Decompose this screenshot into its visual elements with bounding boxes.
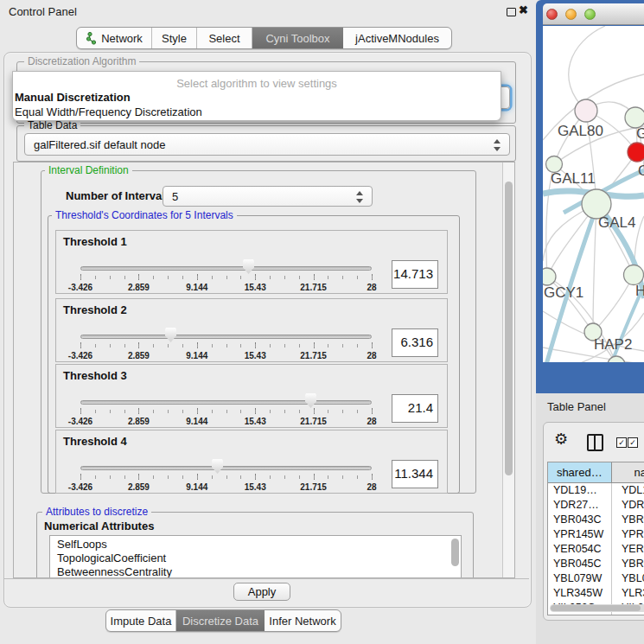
- float-window-icon[interactable]: [507, 8, 516, 16]
- scale-tick-label: 2.859: [128, 417, 150, 426]
- cell: YLR345W: [548, 586, 612, 601]
- tab-infer-network[interactable]: Infer Network: [265, 610, 341, 631]
- node-red-selected[interactable]: [628, 143, 644, 162]
- node-gal80[interactable]: [575, 99, 597, 122]
- number-of-intervals-label: Number of Intervals: [66, 189, 171, 202]
- list-item[interactable]: SelfLoops: [50, 538, 461, 552]
- tab-cyni-toolbox[interactable]: Cyni Toolbox: [252, 28, 343, 48]
- threshold-2-slider-thumb[interactable]: [165, 328, 176, 342]
- scale-tick-label: -3.426: [68, 417, 92, 426]
- tab-select[interactable]: Select: [197, 28, 252, 48]
- table-row[interactable]: YDR27…YDR2: [548, 498, 644, 513]
- popup-item-equal-width-frequency[interactable]: Equal Width/Frequency Discretization: [13, 105, 501, 120]
- threshold-3-slider[interactable]: [80, 400, 372, 405]
- scale-tick-label: 2.859: [128, 482, 150, 492]
- node-bottom[interactable]: [608, 356, 625, 362]
- table-row[interactable]: YBR043CYBR0: [548, 513, 644, 527]
- threshold-3-value-field[interactable]: 21.4: [392, 394, 438, 423]
- column-header-shared-name[interactable]: shared…: [548, 462, 612, 482]
- threshold-1-value-field[interactable]: 14.713: [392, 260, 438, 289]
- cell: YER054C: [548, 542, 612, 557]
- threshold-4-slider[interactable]: [80, 466, 372, 470]
- slider-scale: -3.426 2.859 9.144 15.43 21.715 28: [80, 417, 372, 427]
- column-header-name[interactable]: name: [612, 462, 644, 482]
- popup-item-manual-discretization[interactable]: Manual Discretization: [13, 91, 501, 105]
- spinner-arrows-icon: [356, 190, 364, 204]
- node-label: GAL4: [598, 214, 635, 231]
- threshold-1-slider-thumb[interactable]: [243, 259, 254, 274]
- numerical-attributes-list: SelfLoops TopologicalCoefficient Between…: [49, 535, 462, 578]
- threshold-3-slider-thumb[interactable]: [305, 393, 316, 408]
- node-label: GAL80: [558, 123, 603, 139]
- minimize-traffic-light-icon[interactable]: [565, 9, 577, 20]
- threshold-1-slider[interactable]: [80, 266, 372, 271]
- network-window-titlebar[interactable]: [543, 3, 644, 25]
- tab-infer-network-label: Infer Network: [269, 615, 335, 628]
- list-item[interactable]: TopologicalCoefficient: [50, 552, 461, 565]
- scale-tick-label: 9.144: [186, 351, 207, 360]
- scale-tick-label: 15.43: [245, 417, 266, 426]
- table-row[interactable]: YER054CYER0: [548, 542, 644, 557]
- node-gcy1[interactable]: [543, 268, 556, 285]
- table-panel: ⚙ ✓ ✓ shared… name YDL19…YDL1 YDR27…YDR2…: [543, 422, 644, 621]
- threshold-4-slider-thumb[interactable]: [212, 459, 223, 474]
- bottom-tabbar: Impute Data Discretize Data Infer Networ…: [105, 609, 341, 632]
- gear-icon[interactable]: ⚙: [554, 430, 568, 449]
- settings-scrollbar[interactable]: [502, 163, 514, 577]
- tab-network[interactable]: Network: [77, 28, 152, 48]
- split-columns-icon[interactable]: [587, 434, 603, 451]
- apply-button[interactable]: Apply: [233, 583, 290, 601]
- table-row[interactable]: YLR345WYLR3: [548, 586, 644, 601]
- scale-tick-label: 9.144: [186, 283, 207, 292]
- threshold-4-panel: Threshold 4 -3.426 2.859 9.144 15.43 21.…: [55, 430, 448, 494]
- threshold-1-panel: Threshold 1 -3.426 2.859 9.144 15.43 21.…: [55, 230, 448, 294]
- threshold-4-label: Threshold 4: [63, 435, 127, 448]
- settings-scrollbar-thumb[interactable]: [505, 182, 513, 475]
- checkbox-icon[interactable]: ✓: [628, 437, 638, 448]
- attributes-group-label: Attributes to discretize: [42, 506, 151, 518]
- control-panel-title: Control Panel: [9, 5, 77, 18]
- table-data-combobox[interactable]: galFiltered.sif default node: [24, 133, 510, 156]
- slider-scale: -3.426 2.859 9.144 15.43 21.715 28: [80, 283, 372, 293]
- list-scrollbar[interactable]: [451, 539, 459, 566]
- tab-discretize-data[interactable]: Discretize Data: [176, 610, 265, 631]
- close-traffic-light-icon[interactable]: [546, 9, 558, 20]
- scale-tick-label: 2.859: [128, 283, 150, 292]
- cell: YBR0: [612, 557, 644, 571]
- cell: YPR145W: [548, 527, 612, 542]
- threshold-3-panel: Threshold 3 -3.426 2.859 9.144 15.43 21.…: [55, 364, 448, 428]
- threshold-2-label: Threshold 2: [63, 303, 127, 316]
- settings-viewport: Interval Definition Number of Intervals …: [13, 162, 515, 578]
- zoom-traffic-light-icon[interactable]: [584, 9, 596, 20]
- network-canvas[interactable]: GAL80 GA C GAL11 GAL4 GCY1 H HAP2: [543, 26, 644, 362]
- cell: YBR045C: [548, 557, 612, 571]
- tab-discretize-data-label: Discretize Data: [182, 615, 258, 628]
- network-graph: GAL80 GA C GAL11 GAL4 GCY1 H HAP2: [543, 26, 644, 362]
- scale-tick-label: 15.43: [245, 351, 266, 360]
- table-row[interactable]: YBL079WYBL0: [548, 571, 644, 586]
- node-label: HAP2: [594, 336, 632, 353]
- slider-ticks: [80, 344, 373, 348]
- list-item[interactable]: BetweennessCentrality: [50, 565, 461, 578]
- table-horizontal-scrollbar[interactable]: [550, 604, 644, 612]
- threshold-4-value-field[interactable]: 11.344: [392, 460, 438, 488]
- scale-tick-label: 2.859: [128, 351, 150, 360]
- table-row[interactable]: YPR145WYPR1: [548, 527, 644, 542]
- tab-jactivemnodules[interactable]: jActiveMNodules: [343, 28, 451, 48]
- tab-impute-data[interactable]: Impute Data: [106, 610, 176, 631]
- cell: YDR2: [612, 498, 644, 513]
- cell: YDL1: [612, 483, 644, 498]
- table-horizontal-scrollbar-thumb[interactable]: [551, 605, 641, 611]
- scale-tick-label: 21.715: [300, 482, 327, 492]
- threshold-2-value-field[interactable]: 6.316: [392, 328, 438, 357]
- checkbox-icon[interactable]: ✓: [616, 437, 627, 448]
- cell: YDR27…: [548, 498, 612, 513]
- close-icon[interactable]: ✖: [519, 3, 528, 16]
- tab-style[interactable]: Style: [152, 28, 197, 48]
- node-label: GCY1: [544, 284, 583, 301]
- cell: YBR043C: [548, 513, 612, 527]
- table-row[interactable]: YBR045CYBR0: [548, 557, 644, 571]
- threshold-2-slider[interactable]: [80, 335, 372, 339]
- number-of-intervals-spinner[interactable]: 5: [163, 186, 373, 207]
- table-row[interactable]: YDL19…YDL1: [548, 483, 644, 498]
